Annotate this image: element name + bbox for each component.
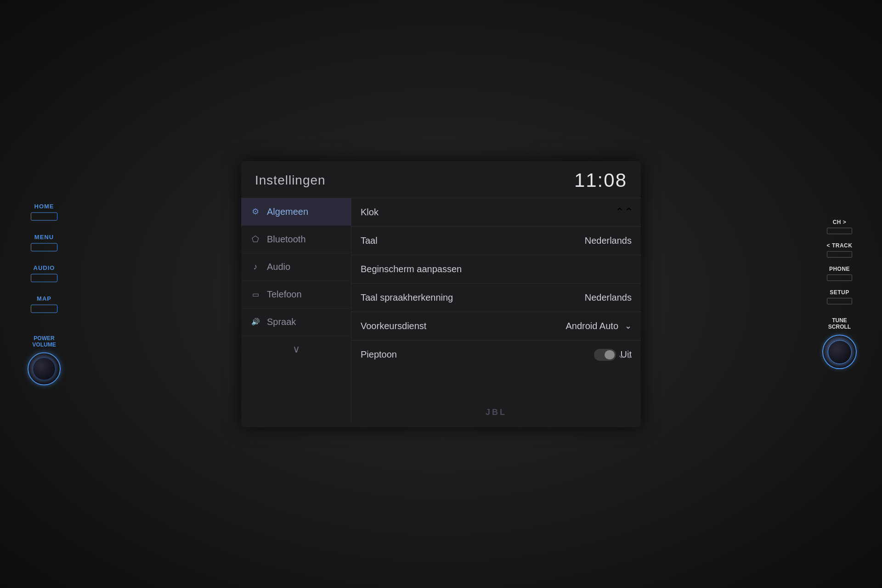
- page-title: Instellingen: [255, 173, 326, 188]
- row-klok[interactable]: Klok ⌃⌃: [351, 198, 641, 227]
- row-voorkeursdienst[interactable]: Voorkeursdienst Android Auto ⌄: [351, 312, 641, 341]
- phone-label: PHONE: [829, 266, 850, 272]
- left-controls: HOME MENU AUDIO MAP POWER VOLUME: [28, 202, 61, 386]
- map-button-group[interactable]: MAP: [31, 295, 57, 313]
- track-button-group[interactable]: < TRACK: [827, 242, 853, 258]
- audio-label: AUDIO: [34, 264, 55, 271]
- ch-button-group[interactable]: CH >: [827, 219, 852, 234]
- row-taal[interactable]: Taal Nederlands: [351, 227, 641, 255]
- content-panel: Klok ⌃⌃ Taal Nederlands Beginscherm aanp…: [351, 198, 641, 423]
- header-time: 11:08: [574, 169, 627, 191]
- setup-button-group[interactable]: SETUP: [827, 289, 852, 304]
- tune-scroll-knob-inner: [828, 340, 852, 364]
- sidebar-more-button[interactable]: ∨: [241, 336, 351, 363]
- sidebar-label-algemeen: Algemeen: [267, 207, 308, 217]
- sidebar-menu: ⚙ Algemeen ⬠ Bluetooth ♪ Audio ▭ Telefoo…: [241, 198, 351, 423]
- menu-label: MENU: [34, 233, 54, 240]
- dropdown-icon: ⌄: [625, 321, 632, 331]
- home-button-rect[interactable]: [31, 212, 57, 220]
- phone-button-rect[interactable]: [827, 274, 852, 281]
- voice-icon: 🔊: [250, 318, 260, 326]
- scroll-up-button[interactable]: ⌃⌃: [615, 206, 633, 218]
- tune-scroll-label: TUNE SCROLL: [828, 317, 851, 330]
- taal-spraak-value: Nederlands: [585, 292, 632, 303]
- setup-button-rect[interactable]: [827, 298, 852, 304]
- sidebar-item-telefoon[interactable]: ▭ Telefoon: [241, 281, 351, 308]
- beginscherm-label: Beginscherm aanpassen: [361, 264, 462, 274]
- power-volume-label: POWER VOLUME: [32, 335, 56, 348]
- right-controls: CH > < TRACK PHONE SETUP TUNE SCROLL: [822, 219, 857, 370]
- ch-label: CH >: [833, 219, 847, 225]
- power-volume-knob[interactable]: [28, 353, 61, 386]
- row-pieptoon[interactable]: Pieptoon Uit ⌄⌄: [351, 341, 641, 369]
- tune-scroll-group[interactable]: TUNE SCROLL: [822, 317, 857, 370]
- sidebar-label-bluetooth: Bluetooth: [267, 234, 306, 245]
- tune-scroll-knob[interactable]: [822, 335, 857, 369]
- car-frame: HOME MENU AUDIO MAP POWER VOLUME In: [0, 0, 882, 588]
- voorkeursdienst-control[interactable]: Android Auto ⌄: [565, 321, 632, 331]
- home-label: HOME: [34, 202, 54, 209]
- klok-label: Klok: [361, 207, 379, 218]
- sidebar-item-spraak[interactable]: 🔊 Spraak: [241, 308, 351, 336]
- screen-content: ⚙ Algemeen ⬠ Bluetooth ♪ Audio ▭ Telefoo…: [241, 198, 641, 423]
- taal-value: Nederlands: [585, 235, 632, 246]
- pieptoon-label: Pieptoon: [361, 349, 397, 360]
- sidebar-label-spraak: Spraak: [267, 317, 296, 327]
- chevron-down-icon: ∨: [293, 343, 300, 355]
- jbl-brand: JBL: [486, 408, 507, 417]
- sidebar-item-bluetooth[interactable]: ⬠ Bluetooth: [241, 226, 351, 253]
- bluetooth-icon: ⬠: [250, 234, 260, 244]
- track-button-rect[interactable]: [827, 251, 852, 258]
- taal-spraak-label: Taal spraakherkenning: [361, 292, 453, 303]
- sidebar-label-audio: Audio: [267, 262, 290, 272]
- voorkeursdienst-label: Voorkeursdienst: [361, 321, 426, 331]
- menu-button-group[interactable]: MENU: [31, 233, 57, 251]
- ch-button-rect[interactable]: [827, 228, 852, 234]
- taal-label: Taal: [361, 235, 378, 246]
- map-label: MAP: [37, 295, 51, 302]
- row-taal-spraak[interactable]: Taal spraakherkenning Nederlands: [351, 284, 641, 312]
- sidebar-item-algemeen[interactable]: ⚙ Algemeen: [241, 198, 351, 226]
- gear-icon: ⚙: [250, 207, 260, 217]
- phone-button-group[interactable]: PHONE: [827, 266, 852, 281]
- scroll-down-button[interactable]: ⌄⌄: [617, 349, 633, 361]
- audio-button-group[interactable]: AUDIO: [31, 264, 57, 282]
- toggle-thumb: [605, 350, 615, 359]
- setup-label: SETUP: [830, 289, 849, 296]
- audio-button-rect[interactable]: [31, 274, 57, 282]
- map-button-rect[interactable]: [31, 304, 57, 313]
- home-button-group[interactable]: HOME: [31, 202, 57, 220]
- track-label: < TRACK: [827, 242, 853, 249]
- sidebar-item-audio[interactable]: ♪ Audio: [241, 253, 351, 281]
- phone-icon: ▭: [250, 290, 260, 299]
- menu-button-rect[interactable]: [31, 243, 57, 251]
- toggle-track[interactable]: [594, 349, 616, 361]
- sidebar-label-telefoon: Telefoon: [267, 289, 302, 300]
- music-note-icon: ♪: [250, 262, 260, 272]
- row-beginscherm[interactable]: Beginscherm aanpassen: [351, 255, 641, 284]
- power-volume-group[interactable]: POWER VOLUME: [28, 335, 61, 386]
- voorkeursdienst-value: Android Auto: [565, 321, 618, 331]
- screen-header: Instellingen 11:08: [241, 161, 641, 198]
- main-screen: Instellingen 11:08 ⚙ Algemeen ⬠ Bluetoot…: [241, 161, 641, 427]
- power-volume-knob-inner: [33, 358, 56, 381]
